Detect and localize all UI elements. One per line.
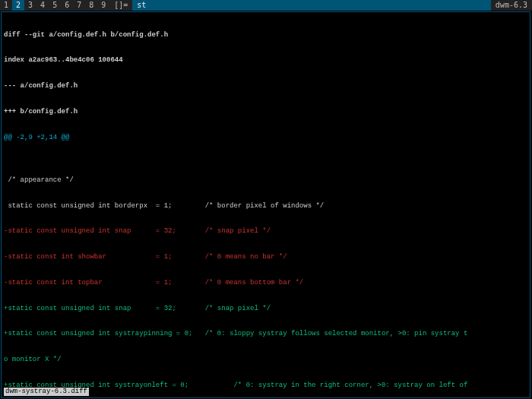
window-title[interactable]: st [132, 0, 491, 11]
diff-removed: -static const unsigned int snap = 32; /*… [4, 227, 527, 236]
diff-line: static const unsigned int borderpx = 1; … [4, 202, 527, 211]
tag-7[interactable]: 7 [73, 0, 85, 11]
diff-hunk: @@ -2,9 +2,14 @@ [4, 134, 527, 142]
status-text[interactable]: dwm-6.3 [491, 0, 532, 11]
terminal-window[interactable]: diff --git a/config.def.h b/config.def.h… [1, 11, 530, 398]
tag-2[interactable]: 2 [12, 0, 24, 11]
diff-added: +static const unsigned int systraypinnin… [4, 330, 527, 338]
tag-list: 1 2 3 4 5 6 7 8 9 [0, 0, 109, 11]
tag-9[interactable]: 9 [97, 0, 109, 11]
diff-line: /* appearance */ [4, 176, 527, 185]
diff-removed: -static const int topbar = 1; /* 0 means… [4, 279, 527, 287]
pager-status: dwm-systray-6.3.diff [4, 388, 89, 396]
tag-8[interactable]: 8 [85, 0, 97, 11]
diff-added: +static const unsigned int snap = 32; /*… [4, 305, 527, 313]
diff-added: o monitor X */ [4, 356, 527, 364]
diff-header: diff --git a/config.def.h b/config.def.h [4, 31, 527, 40]
diff-minus-file: --- a/config.def.h [4, 82, 527, 90]
layout-symbol[interactable]: []= [109, 0, 132, 11]
diff-index: index a2ac963..4be4c06 100644 [4, 56, 527, 65]
tag-4[interactable]: 4 [36, 0, 49, 11]
tag-6[interactable]: 6 [61, 0, 73, 11]
tag-1[interactable]: 1 [0, 0, 12, 11]
diff-plus-file: +++ b/config.def.h [4, 108, 527, 116]
diff-removed: -static const int showbar = 1; /* 0 mean… [4, 253, 527, 261]
tag-5[interactable]: 5 [49, 0, 61, 11]
top-bar: 1 2 3 4 5 6 7 8 9 []= st dwm-6.3 [0, 0, 532, 11]
tag-3[interactable]: 3 [24, 0, 36, 11]
